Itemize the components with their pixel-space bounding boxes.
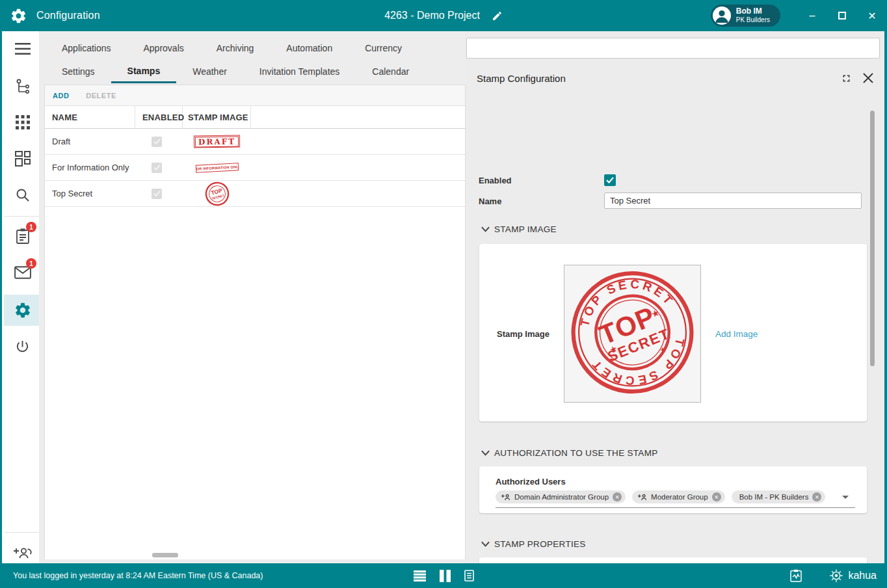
chip-domain-administrator-group[interactable]: Domain Administrator Group ✕ — [496, 490, 626, 503]
column-view-icon[interactable] — [440, 570, 451, 582]
remove-chip-icon[interactable]: ✕ — [712, 492, 721, 501]
rail-item-settings-active[interactable] — [4, 295, 41, 326]
rail-item-logout[interactable] — [4, 330, 41, 362]
rail-item-hierarchy[interactable] — [4, 71, 41, 102]
chip-moderator-group[interactable]: Moderator Group ✕ — [632, 490, 725, 503]
right-content: Stamp Configuration Enabled Name STAMP I… — [466, 31, 884, 563]
left-rail: 1 1 — [0, 31, 39, 563]
grid-toolbar: ADD DELETE — [45, 85, 465, 106]
add-image-link[interactable]: Add Image — [715, 329, 758, 339]
document-view-icon[interactable] — [464, 570, 474, 581]
section-stamp-properties[interactable]: STAMP PROPERTIES — [481, 539, 586, 549]
top-toolbar-box[interactable] — [466, 38, 880, 59]
table-row-draft[interactable]: Draft DRAFT — [45, 129, 465, 155]
column-header-stamp-image[interactable]: STAMP IMAGE — [183, 106, 251, 128]
tab-calendar[interactable]: Calendar — [356, 60, 425, 83]
report-icon[interactable] — [790, 569, 802, 582]
expand-button[interactable] — [835, 70, 857, 86]
project-title: 4263 - Demo Project — [384, 10, 480, 21]
user-org: PK Builders — [736, 16, 770, 24]
grid-header-row: NAME ENABLED STAMP IMAGE — [45, 106, 465, 129]
rail-item-dashboard[interactable] — [4, 143, 41, 174]
rail-item-search[interactable] — [4, 180, 41, 211]
authorized-users-label: Authorized Users — [496, 477, 566, 487]
dropdown-caret-icon[interactable] — [842, 496, 849, 499]
status-bar: You last logged in yesterday at 8:24 AM … — [0, 563, 887, 588]
rail-divider — [4, 216, 41, 217]
for-information-only-stamp-image: FOR INFORMATION ONLY — [195, 163, 239, 172]
avatar — [713, 7, 731, 25]
horizontal-scrollbar[interactable] — [152, 553, 178, 557]
kahua-logo[interactable]: kahua — [829, 568, 877, 583]
user-name: Bob IM — [736, 7, 770, 16]
brand-name: kahua — [848, 570, 877, 581]
chip-bob-im[interactable]: Bob IM - PK Builders ✕ — [732, 490, 826, 503]
rail-item-apps[interactable] — [4, 107, 41, 138]
name-label: Name — [479, 196, 501, 206]
draft-stamp-image: DRAFT — [194, 135, 240, 148]
close-button[interactable]: ✕ — [857, 0, 887, 31]
enabled-checkbox[interactable] — [604, 174, 616, 186]
tab-stamps[interactable]: Stamps — [111, 60, 177, 83]
stamp-image-preview[interactable]: TOP SECRET TOP SECRET TOP SECRET ★ ★ ★ — [564, 265, 701, 403]
tab-currency[interactable]: Currency — [349, 36, 418, 60]
maximize-icon — [838, 12, 846, 20]
power-icon — [15, 339, 30, 354]
authorization-card: Authorized Users Domain Administrator Gr… — [479, 466, 867, 513]
pencil-icon[interactable] — [492, 10, 503, 21]
close-panel-button[interactable] — [857, 70, 879, 86]
enabled-checkbox-checked[interactable] — [152, 189, 162, 199]
tab-settings[interactable]: Settings — [46, 60, 111, 83]
top-bar: Configuration 4263 - Demo Project Bob IM… — [0, 0, 887, 31]
maximize-button[interactable] — [827, 0, 857, 31]
tab-archiving[interactable]: Archiving — [200, 36, 271, 60]
column-header-enabled[interactable]: ENABLED — [135, 106, 183, 128]
stamps-grid-panel: ADD DELETE NAME ENABLED STAMP IMAGE Draf… — [44, 85, 466, 559]
tab-automation[interactable]: Automation — [270, 36, 349, 60]
cell-name: Top Secret — [45, 181, 135, 206]
chevron-down-icon — [481, 541, 490, 547]
top-secret-stamp-graphic: TOP SECRET TOP SECRET TOP SECRET ★ ★ ★ — [564, 265, 701, 403]
add-button[interactable]: ADD — [53, 92, 69, 100]
delete-button[interactable]: DELETE — [86, 92, 116, 100]
table-row-for-information-only[interactable]: For Information Only FOR INFORMATION ONL… — [45, 155, 465, 181]
authorized-users-input[interactable]: Domain Administrator Group ✕ Moderator G… — [496, 490, 854, 503]
rail-divider — [4, 532, 41, 533]
panel-header: Stamp Configuration — [466, 65, 884, 91]
tab-row-2: Settings Stamps Weather Invitation Templ… — [46, 60, 425, 83]
gear-icon — [14, 301, 32, 319]
tab-approvals[interactable]: Approvals — [127, 36, 200, 60]
section-authorization[interactable]: AUTHORIZATION TO USE THE STAMP — [481, 448, 658, 458]
hamburger-icon — [15, 43, 31, 55]
enabled-label: Enabled — [479, 176, 512, 185]
rail-item-messages[interactable]: 1 — [4, 257, 41, 288]
cell-name: For Information Only — [45, 155, 135, 180]
remove-chip-icon[interactable]: ✕ — [812, 492, 821, 501]
section-stamp-image[interactable]: STAMP IMAGE — [481, 224, 557, 234]
list-view-icon[interactable] — [414, 570, 426, 581]
enabled-checkbox-checked[interactable] — [152, 163, 162, 173]
name-input[interactable] — [604, 193, 862, 209]
hamburger-menu-button[interactable] — [4, 33, 41, 64]
tab-weather[interactable]: Weather — [176, 60, 243, 83]
close-icon — [863, 73, 873, 83]
column-header-name[interactable]: NAME — [45, 106, 135, 128]
vertical-scrollbar[interactable] — [870, 111, 875, 366]
tab-row-1: Applications Approvals Archiving Automat… — [46, 36, 418, 60]
search-icon — [15, 187, 31, 203]
kahua-wheel-icon — [829, 568, 843, 583]
table-row-top-secret[interactable]: Top Secret TOP SECRET — [45, 181, 465, 207]
rail-item-tasks[interactable]: 1 — [4, 220, 41, 252]
messages-badge: 1 — [26, 258, 36, 269]
gear-icon — [10, 7, 27, 25]
stamp-image-label: Stamp Image — [497, 329, 549, 339]
enabled-checkbox-checked[interactable] — [152, 137, 162, 147]
minimize-button[interactable]: – — [797, 0, 827, 31]
tab-invitation-templates[interactable]: Invitation Templates — [243, 60, 356, 83]
add-user-icon — [14, 546, 32, 559]
apps-grid-icon — [16, 115, 30, 129]
remove-chip-icon[interactable]: ✕ — [613, 492, 622, 501]
user-menu[interactable]: Bob IM PK Builders — [711, 5, 780, 27]
hierarchy-icon — [15, 79, 31, 94]
tab-applications[interactable]: Applications — [46, 36, 127, 60]
